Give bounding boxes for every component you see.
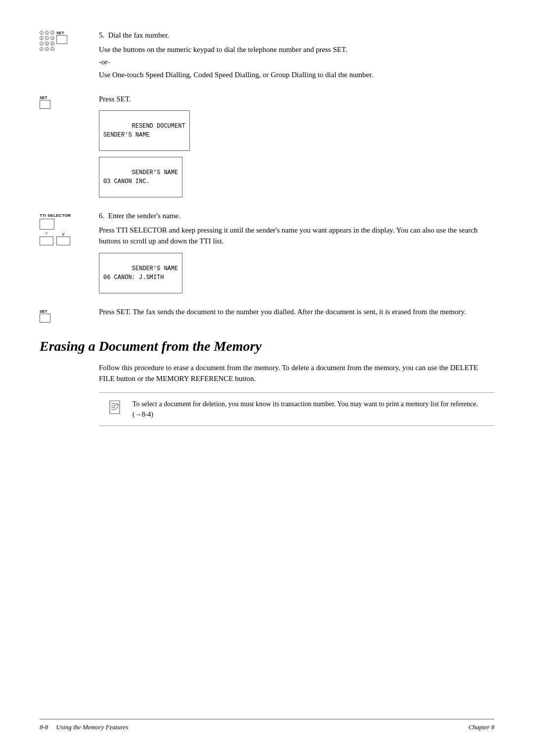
set-button-2 [40,100,50,109]
step-5-content: 5. Dial the fax number. Use the buttons … [99,30,494,84]
display-box-1: RESEND DOCUMENT SENDER'S NAME [99,110,190,151]
step-5-text1: Use the buttons on the numeric keypad to… [99,44,494,55]
step-6-text1: Press TTI SELECTOR and keep pressing it … [99,225,494,247]
keypad-key-3: 3 [50,31,54,35]
set-label-top: SET [56,31,64,35]
tti-selector-icon: TTI SELECTOR ^ v [40,213,71,245]
erasing-text1: Follow this procedure to erase a documen… [99,362,494,384]
step-5-heading: 5. Dial the fax number. [99,30,494,41]
set-button-3 [40,314,50,323]
note-pencil-icon [107,399,125,417]
keypad-key-4: 4 [40,36,44,40]
keypad-key-0: 0 [45,47,49,51]
step-6-text2: Press SET. The fax sends the document to… [99,306,494,318]
footer-page-number: 8-8 [40,723,48,731]
step-5-set-row: SET Press SET. RESEND DOCUMENT SENDER'S … [40,94,494,201]
keypad-icon: 1 2 3 4 5 6 7 8 9 [40,31,67,52]
note-box: To select a document for deletion, you m… [99,392,494,426]
step-5-icon-col: 1 2 3 4 5 6 7 8 9 [40,30,99,84]
erasing-content: Follow this procedure to erase a documen… [99,362,494,426]
tti-nav-buttons: ^ v [40,232,71,245]
step-5-set-content: Press SET. RESEND DOCUMENT SENDER'S NAME… [99,94,494,201]
step-6-final-text: Press SET. The fax sends the document to… [99,306,494,323]
step-6-icon-col: TTI SELECTOR ^ v [40,210,99,296]
step-6-set-row: SET Press SET. The fax sends the documen… [40,306,494,323]
step-6-set-icon-col: SET [40,306,99,323]
set-button-top: SET [56,31,67,44]
display-box-2: SENDER'S NAME 03 CANON INC. [99,157,182,197]
down-label: v [62,232,65,236]
up-label: ^ [45,232,47,236]
footer-left: 8-8 Using the Memory Features [40,723,128,731]
keypad-key-hash: # [50,47,54,51]
step-5-or: -or- [99,58,494,66]
step-5-section: 1 2 3 4 5 6 7 8 9 [40,30,494,84]
down-button [56,236,70,245]
step-6-heading: 6. Enter the sender's name. [99,210,494,222]
tti-selector-label: TTI SELECTOR [40,213,71,218]
keypad-key-5: 5 [45,36,49,40]
footer-chapter-title: Using the Memory Features [56,723,129,731]
set-icon-col: SET [40,94,99,201]
up-button [40,236,53,245]
keypad-key-9: 9 [50,42,54,46]
tti-button [40,219,54,230]
page: 1 2 3 4 5 6 7 8 9 [0,0,534,756]
set-label-2: SET [40,95,47,100]
step-6-section: TTI SELECTOR ^ v 6. Enter the sender's n… [40,210,494,296]
step-5-text2: Use One-touch Speed Dialling, Coded Spee… [99,69,494,81]
keypad-key-1: 1 [40,31,44,35]
set-key-icon [56,35,67,44]
erasing-section-title: Erasing a Document from the Memory [40,338,494,354]
step-6-content: 6. Enter the sender's name. Press TTI SE… [99,210,494,296]
keypad-grid-wrapper: 1 2 3 4 5 6 7 8 9 [40,31,54,52]
keypad-key-8: 8 [45,42,49,46]
keypad-key-7: 7 [40,42,44,46]
keypad-key-2: 2 [45,31,49,35]
footer-right: Chapter 8 [469,723,494,731]
footer-chapter: Chapter 8 [469,723,494,731]
keypad-key-star: * [40,47,44,51]
set-label-3: SET [40,309,47,314]
display-box-3: SENDER'S NAME 06 CANON: J.SMITH [99,253,182,293]
keypad-key-6: 6 [50,36,54,40]
footer: 8-8 Using the Memory Features Chapter 8 [40,719,494,731]
note-text: To select a document for deletion, you m… [133,399,487,420]
step-5-press-set: Press SET. [99,94,494,105]
